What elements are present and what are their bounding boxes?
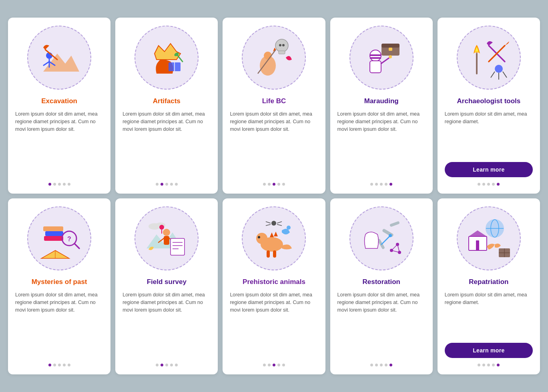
marauding-dot-4[interactable]: [389, 183, 392, 186]
life-bc-dot-1[interactable]: [268, 183, 271, 186]
mysteries-of-past-title: Mysteries of past: [32, 278, 87, 286]
prehistoric-animals-dot-4[interactable]: [282, 364, 285, 366]
prehistoric-animals-dot-2[interactable]: [273, 364, 275, 366]
repatriation-dot-0[interactable]: [478, 364, 480, 366]
excavation-dot-3[interactable]: [63, 183, 66, 186]
svg-marker-62: [274, 232, 278, 236]
artifacts-dot-4[interactable]: [175, 183, 178, 186]
svg-marker-6: [155, 44, 181, 60]
svg-point-27: [389, 55, 392, 58]
marauding-body: Lorem ipsum dolor sit dim amet, mea regi…: [337, 110, 426, 177]
card-artifacts: ArtifactsLorem ipsum dolor sit dim amet,…: [115, 18, 218, 194]
excavation-dot-0[interactable]: [48, 183, 51, 186]
restoration-dot-0[interactable]: [370, 364, 373, 366]
restoration-dot-2[interactable]: [380, 364, 383, 366]
archaeologist-tools-learn-more-button[interactable]: Learn more: [445, 162, 533, 177]
archaeologist-tools-dot-0[interactable]: [478, 183, 480, 186]
life-bc-dot-0[interactable]: [263, 183, 266, 186]
card-restoration: RestorationLorem ipsum dolor sit dim ame…: [330, 198, 433, 374]
life-bc-dot-4[interactable]: [282, 183, 285, 186]
card-grid: ExcavationLorem ipsum dolor sit dim amet…: [8, 18, 540, 374]
artifacts-dot-3[interactable]: [170, 183, 173, 186]
marauding-dot-2[interactable]: [380, 183, 383, 186]
repatriation-icon-circle: [457, 206, 521, 270]
archaeologist-tools-dots: [478, 183, 500, 186]
svg-marker-61: [270, 232, 274, 237]
artifacts-dots: [156, 183, 178, 186]
field-survey-body: Lorem ipsum dolor sit dim amet, mea regi…: [122, 291, 211, 358]
card-archaeologist-tools: Archaeologist toolsLorem ipsum dolor sit…: [438, 18, 540, 194]
svg-rect-48: [164, 236, 169, 245]
excavation-title: Excavation: [41, 97, 77, 106]
marauding-dot-0[interactable]: [370, 183, 373, 186]
svg-rect-24: [370, 57, 381, 59]
restoration-icon-circle: [349, 206, 414, 270]
field-survey-dot-2[interactable]: [165, 364, 168, 366]
excavation-dot-2[interactable]: [58, 183, 61, 186]
svg-line-32: [491, 72, 495, 78]
repatriation-dot-3[interactable]: [492, 364, 495, 366]
field-survey-dot-0[interactable]: [156, 364, 159, 366]
card-marauding: MaraudingLorem ipsum dolor sit dim amet,…: [330, 18, 433, 194]
excavation-body: Lorem ipsum dolor sit dim amet, mea regi…: [15, 110, 103, 177]
restoration-dot-1[interactable]: [375, 364, 378, 366]
life-bc-dot-3[interactable]: [277, 183, 280, 186]
card-field-survey: Field surveyLorem ipsum dolor sit dim am…: [115, 198, 218, 374]
prehistoric-animals-dot-0[interactable]: [263, 364, 266, 366]
svg-line-65: [266, 222, 271, 223]
field-survey-dot-4[interactable]: [175, 364, 178, 366]
restoration-dot-3[interactable]: [385, 364, 387, 366]
marauding-dot-3[interactable]: [385, 183, 387, 186]
svg-point-14: [282, 44, 285, 46]
svg-rect-37: [44, 236, 63, 241]
svg-line-67: [277, 222, 282, 223]
mysteries-of-past-dot-1[interactable]: [53, 364, 56, 366]
restoration-dot-4[interactable]: [389, 364, 392, 366]
mysteries-of-past-dot-4[interactable]: [68, 364, 70, 366]
prehistoric-animals-body: Lorem ipsum dolor sit dim amet, mea regi…: [230, 291, 318, 358]
mysteries-of-past-dot-2[interactable]: [58, 364, 61, 366]
artifacts-dot-2[interactable]: [165, 183, 168, 186]
svg-rect-70: [389, 221, 400, 227]
archaeologist-tools-dot-1[interactable]: [482, 183, 485, 186]
prehistoric-animals-dot-1[interactable]: [268, 364, 271, 366]
field-survey-dot-3[interactable]: [170, 364, 173, 366]
card-excavation: ExcavationLorem ipsum dolor sit dim amet…: [8, 18, 110, 194]
repatriation-dot-4[interactable]: [497, 364, 500, 366]
svg-point-13: [279, 44, 281, 46]
artifacts-dot-0[interactable]: [156, 183, 159, 186]
mysteries-of-past-dot-3[interactable]: [63, 364, 66, 366]
svg-rect-12: [279, 51, 285, 54]
repatriation-dot-2[interactable]: [487, 364, 490, 366]
svg-point-11: [275, 39, 288, 52]
card-prehistoric-animals: Prehistoric animalsLorem ipsum dolor sit…: [223, 198, 325, 374]
prehistoric-animals-dot-3[interactable]: [277, 364, 280, 366]
excavation-dot-1[interactable]: [53, 183, 56, 186]
svg-rect-51: [171, 238, 185, 255]
archaeologist-tools-dot-3[interactable]: [492, 183, 495, 186]
life-bc-dot-2[interactable]: [273, 183, 275, 186]
mysteries-of-past-dot-0[interactable]: [48, 364, 51, 366]
svg-point-73: [389, 234, 392, 237]
marauding-dots: [370, 183, 392, 186]
field-survey-dots: [156, 364, 178, 366]
svg-rect-36: [45, 231, 63, 236]
archaeologist-tools-dot-4[interactable]: [497, 183, 500, 186]
artifacts-dot-1[interactable]: [161, 183, 163, 186]
excavation-dot-4[interactable]: [68, 183, 70, 186]
card-life-bc: Life BCLorem ipsum dolor sit dim amet, m…: [223, 18, 325, 194]
field-survey-dot-1[interactable]: [161, 364, 163, 366]
field-survey-icon-circle: [134, 206, 199, 270]
excavation-dots: [48, 183, 70, 186]
repatriation-learn-more-button[interactable]: Learn more: [445, 343, 533, 358]
repatriation-dots: [478, 364, 500, 366]
archaeologist-tools-body: Lorem ipsum dolor sit dim amet, mea regi…: [445, 110, 533, 158]
svg-line-42: [74, 244, 79, 248]
archaeologist-tools-dot-2[interactable]: [487, 183, 490, 186]
marauding-title: Marauding: [364, 97, 399, 106]
svg-point-63: [287, 226, 291, 230]
svg-line-77: [391, 244, 397, 250]
restoration-body: Lorem ipsum dolor sit dim amet, mea regi…: [337, 291, 426, 358]
repatriation-dot-1[interactable]: [482, 364, 485, 366]
marauding-dot-1[interactable]: [375, 183, 378, 186]
